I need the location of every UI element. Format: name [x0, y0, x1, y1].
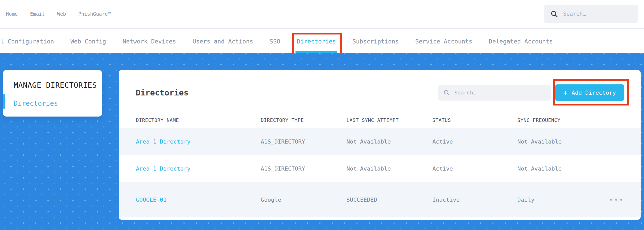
column-directory-type: DIRECTORY TYPE — [261, 117, 346, 123]
tab-users-and-actions[interactable]: Users and Actions — [193, 29, 253, 53]
last-sync-cell: Not Available — [346, 138, 432, 145]
nav-item-home[interactable]: Home — [6, 11, 18, 17]
last-sync-cell: SUCCEEDED — [346, 197, 432, 203]
panel-header: Directories + Add Directory — [119, 70, 641, 112]
search-icon — [550, 10, 558, 18]
nav-item-web[interactable]: Web — [57, 11, 66, 17]
table-row: Area 1 Directory A1S_DIRECTORY Not Avail… — [119, 155, 641, 182]
directory-type-cell: A1S_DIRECTORY — [261, 138, 346, 145]
ellipsis-icon[interactable]: ••• — [609, 197, 641, 203]
sync-frequency-cell: Not Available — [517, 165, 609, 172]
global-search-input[interactable] — [563, 11, 632, 17]
tab-directories[interactable]: Directories — [297, 29, 336, 53]
sidebar-item-directories[interactable]: Directories — [14, 100, 93, 107]
add-directory-label: Add Directory — [572, 90, 616, 96]
nav-item-phishguard[interactable]: PhishGuard™ — [78, 11, 111, 17]
status-cell: Active — [432, 138, 517, 145]
page-title: Directories — [136, 88, 188, 97]
plus-icon: + — [563, 89, 568, 96]
tab-web-config[interactable]: Web Config — [71, 29, 106, 53]
manage-directories-card: MANAGE DIRECTORIES Directories — [3, 70, 102, 117]
directory-name-link[interactable]: GOOGLE-01 — [136, 197, 261, 203]
status-cell: Inactive — [432, 197, 517, 203]
directory-type-cell: A1S_DIRECTORY — [261, 165, 346, 172]
tab-service-accounts[interactable]: Service Accounts — [415, 29, 472, 53]
top-nav: Home Email Web PhishGuard™ — [0, 0, 644, 29]
nav-item-email[interactable]: Email — [30, 11, 45, 17]
add-directory-wrap: + Add Directory — [555, 84, 624, 101]
tab-subscriptions[interactable]: Subscriptions — [352, 29, 399, 53]
directories-search[interactable] — [438, 85, 551, 101]
table-row: GOOGLE-01 Google SUCCEEDED Inactive Dail… — [119, 182, 641, 217]
tab-email-configuration[interactable]: l Configuration — [1, 29, 54, 53]
column-last-sync-attempt: LAST SYNC ATTEMPT — [346, 117, 432, 123]
directories-search-input[interactable] — [454, 89, 546, 96]
column-directory-name: DIRECTORY NAME — [136, 117, 261, 123]
top-nav-items: Home Email Web PhishGuard™ — [6, 11, 111, 17]
side-card-heading: MANAGE DIRECTORIES — [14, 81, 93, 90]
directory-name-link[interactable]: Area 1 Directory — [136, 138, 261, 145]
sync-frequency-cell: Not Available — [517, 138, 609, 145]
add-directory-button[interactable]: + Add Directory — [555, 84, 624, 101]
tab-sso[interactable]: SSO — [269, 29, 280, 53]
directories-panel: Directories + Add Directory DIRECTORY NA… — [119, 70, 641, 220]
directory-name-link[interactable]: Area 1 Directory — [136, 165, 261, 172]
directory-type-cell: Google — [261, 197, 346, 203]
table-row: Area 1 Directory A1S_DIRECTORY Not Avail… — [119, 128, 641, 155]
sync-frequency-cell: Daily — [517, 197, 609, 203]
column-status: STATUS — [432, 117, 517, 123]
table-header: DIRECTORY NAME DIRECTORY TYPE LAST SYNC … — [119, 112, 641, 128]
column-sync-frequency: SYNC FREQUENCY — [517, 117, 609, 123]
tab-directories-label: Directories — [297, 38, 336, 45]
global-search[interactable] — [544, 5, 638, 23]
search-icon — [443, 89, 450, 96]
tab-delegated-accounts[interactable]: Delegated Accounts — [489, 29, 553, 53]
tab-network-devices[interactable]: Network Devices — [123, 29, 176, 53]
active-tab-underline — [295, 51, 337, 53]
tab-bar: l Configuration Web Config Network Devic… — [0, 29, 644, 53]
sidebar-active-indicator — [3, 94, 5, 109]
status-cell: Active — [432, 165, 517, 172]
last-sync-cell: Not Available — [346, 165, 432, 172]
